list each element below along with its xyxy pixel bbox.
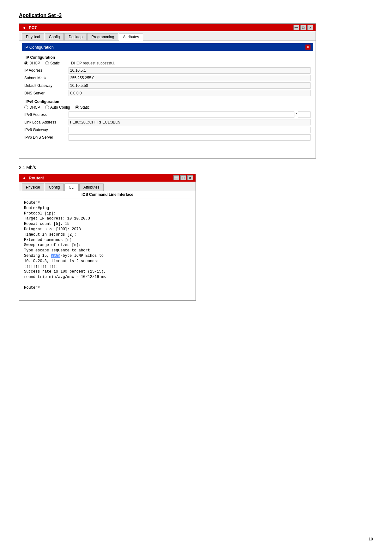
- ipv4-mode-radio-group: DHCP Static DHCP request successful.: [24, 61, 311, 65]
- pc7-tab-bar: Physical Config Desktop Programming Attr…: [19, 31, 316, 41]
- subnet-mask-label: Subnet Mask: [24, 76, 69, 80]
- ip-config-subtitle: IP Configuration: [26, 55, 311, 60]
- default-gateway-label: Default Gateway: [24, 83, 69, 88]
- router3-cli-body: IOS Command Line Interface Router# Route…: [19, 191, 196, 300]
- page-title: Application Set -3: [19, 13, 373, 18]
- pc7-window: ● PC7 — □ × Physical Config Desktop Prog…: [19, 23, 316, 159]
- ipv6-address-row: IPv6 Address /: [24, 111, 311, 118]
- ipv6-dhcp-radio[interactable]: DHCP: [24, 105, 40, 110]
- default-gateway-row: Default Gateway: [24, 82, 311, 89]
- dns-server-row: DNS Server: [24, 90, 311, 96]
- default-gateway-input[interactable]: [69, 82, 311, 89]
- ipv6-gateway-label: IPv6 Gateway: [24, 128, 69, 132]
- ipv6-dns-row: IPv6 DNS Server: [24, 134, 311, 141]
- speed-label: 2.1 Mb/s: [19, 165, 373, 170]
- ipv6-dns-input[interactable]: [69, 134, 311, 141]
- ipv6-slash: /: [296, 112, 297, 117]
- ip-form: IP Configuration DHCP Static DHCP reques…: [22, 52, 313, 156]
- tab-attributes[interactable]: Attributes: [119, 33, 143, 41]
- static-radio[interactable]: Static: [45, 61, 60, 65]
- ip-config-section-bar: IP Configuration X: [22, 43, 313, 51]
- router3-title: Router3: [29, 176, 44, 180]
- router3-titlebar: ● Router3 — □ ×: [19, 174, 196, 182]
- static-radio-circle[interactable]: [45, 61, 49, 65]
- router3-close-button[interactable]: ×: [187, 175, 193, 180]
- pc7-minimize-button[interactable]: —: [293, 25, 299, 30]
- router3-window: ● Router3 — □ × Physical Config CLI Attr…: [19, 174, 196, 301]
- ipv6-dhcp-radio-circle[interactable]: [24, 105, 28, 109]
- tab-desktop[interactable]: Desktop: [64, 33, 87, 40]
- ipv6-static-radio-circle[interactable]: [75, 105, 79, 109]
- ipv6-prefix-input[interactable]: [298, 111, 311, 118]
- ipv6-config-subtitle: IPv6 Configuration: [26, 99, 311, 104]
- ipv6-section: IPv6 Configuration DHCP Auto Config Stat…: [24, 99, 311, 141]
- pc7-titlebar: ● PC7 — □ ×: [19, 24, 316, 31]
- ipv6-dhcp-label: DHCP: [29, 105, 40, 110]
- ipv6-gateway-input[interactable]: [69, 127, 311, 133]
- dns-server-input[interactable]: [69, 90, 311, 96]
- ipv6-address-input[interactable]: [69, 111, 294, 118]
- ipv6-address-label: IPv6 Address: [24, 112, 69, 117]
- dhcp-label: DHCP: [29, 61, 40, 65]
- page-number: 19: [369, 537, 373, 541]
- ipv6-static-radio[interactable]: Static: [75, 105, 90, 110]
- router3-maximize-button[interactable]: □: [180, 175, 186, 180]
- router3-minimize-button[interactable]: —: [173, 175, 179, 180]
- ipv6-gateway-row: IPv6 Gateway: [24, 127, 311, 133]
- link-local-input[interactable]: [69, 119, 311, 125]
- pc7-icon: ●: [22, 25, 27, 30]
- dns-server-label: DNS Server: [24, 91, 69, 95]
- static-label: Static: [50, 61, 60, 65]
- tab-programming[interactable]: Programming: [87, 33, 118, 40]
- pc7-maximize-button[interactable]: □: [300, 25, 306, 30]
- ip-address-input[interactable]: [69, 67, 311, 74]
- tab-config[interactable]: Config: [45, 33, 64, 40]
- ip-address-label: IP Address: [24, 68, 69, 73]
- ip-config-close-button[interactable]: X: [305, 45, 311, 50]
- router3-tab-physical[interactable]: Physical: [22, 184, 44, 191]
- ipv6-static-label: Static: [80, 105, 90, 110]
- router3-tab-attributes[interactable]: Attributes: [79, 184, 104, 191]
- pc7-body: IP Configuration X IP Configuration DHCP…: [19, 41, 316, 158]
- subnet-mask-input[interactable]: [69, 75, 311, 81]
- subnet-mask-row: Subnet Mask: [24, 75, 311, 81]
- router3-tab-cli[interactable]: CLI: [64, 184, 79, 191]
- dhcp-radio-circle[interactable]: [24, 61, 28, 65]
- pc7-close-button[interactable]: ×: [307, 25, 313, 30]
- ip-address-row: IP Address: [24, 67, 311, 74]
- pc7-title: PC7: [29, 25, 37, 30]
- router3-tab-bar: Physical Config CLI Attributes: [19, 182, 196, 191]
- link-local-row: Link Local Address: [24, 119, 311, 125]
- ipv6-mode-radio-group: DHCP Auto Config Static: [24, 105, 311, 110]
- router3-icon: ●: [22, 175, 27, 180]
- ip-config-section-label: IP Configuration: [24, 45, 54, 50]
- cli-terminal[interactable]: Router# Router#ping Protocol [ip]: Targe…: [22, 198, 193, 299]
- ipv6-auto-label: Auto Config: [50, 105, 70, 110]
- ipv6-dns-label: IPv6 DNS Server: [24, 135, 69, 140]
- link-local-label: Link Local Address: [24, 120, 69, 124]
- router3-tab-config[interactable]: Config: [45, 184, 64, 191]
- dhcp-status: DHCP request successful.: [71, 61, 115, 65]
- tab-physical[interactable]: Physical: [22, 33, 44, 40]
- ipv6-auto-radio[interactable]: Auto Config: [45, 105, 70, 110]
- cli-section-title: IOS Command Line Interface: [22, 192, 193, 197]
- dhcp-radio[interactable]: DHCP: [24, 61, 40, 65]
- ipv6-auto-radio-circle[interactable]: [45, 105, 49, 109]
